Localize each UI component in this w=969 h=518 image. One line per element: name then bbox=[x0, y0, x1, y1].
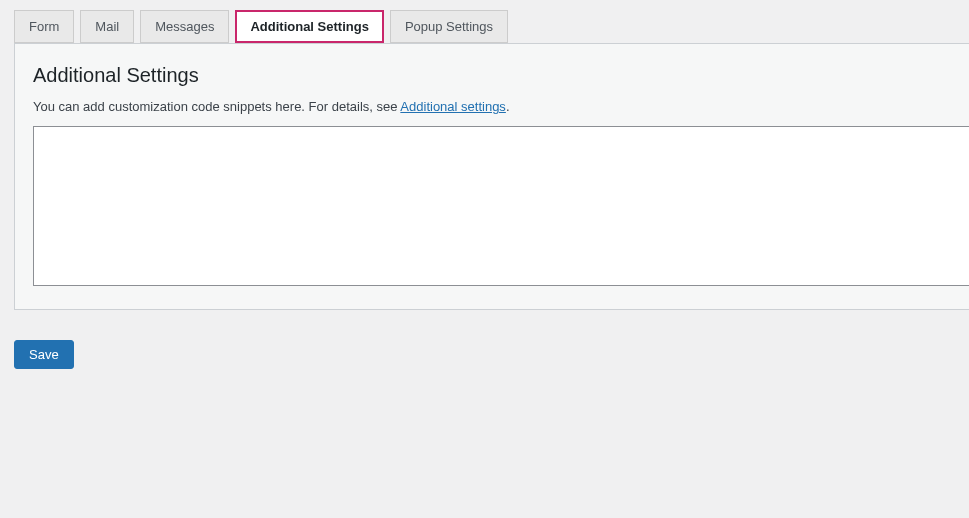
desc-prefix: You can add customization code snippets … bbox=[33, 99, 400, 114]
tab-form[interactable]: Form bbox=[14, 10, 74, 43]
additional-settings-link[interactable]: Additional settings bbox=[400, 99, 506, 114]
save-row: Save bbox=[0, 310, 969, 369]
tab-messages[interactable]: Messages bbox=[140, 10, 229, 43]
panel-description: You can add customization code snippets … bbox=[33, 99, 969, 114]
desc-suffix: . bbox=[506, 99, 510, 114]
tabs-row: Form Mail Messages Additional Settings P… bbox=[0, 0, 969, 43]
save-button[interactable]: Save bbox=[14, 340, 74, 369]
tab-additional-settings[interactable]: Additional Settings bbox=[235, 10, 383, 43]
panel-heading: Additional Settings bbox=[33, 64, 969, 87]
tab-popup-settings[interactable]: Popup Settings bbox=[390, 10, 508, 43]
tab-mail[interactable]: Mail bbox=[80, 10, 134, 43]
additional-settings-textarea[interactable] bbox=[33, 126, 969, 286]
settings-panel: Additional Settings You can add customiz… bbox=[14, 43, 969, 310]
